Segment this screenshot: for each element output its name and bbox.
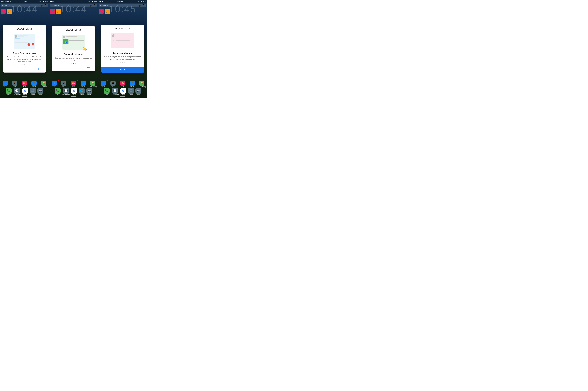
balloon-green-1: 🎈 [31, 42, 35, 46]
dock-camera-label-1: Camera [38, 94, 42, 95]
status-center-1: inshorts [24, 1, 29, 2]
dock-phone-2[interactable]: 📞 Phone [55, 88, 61, 95]
amazon-icon-2[interactable]: 🛒 Amazon [56, 9, 61, 15]
nav-pill-2 [71, 96, 76, 97]
status-right-1: 🔷 ▲ ▼ 🔋4% [39, 1, 48, 2]
product-icon-3[interactable]: 📦 Product [137, 81, 146, 87]
next-button-2[interactable]: Next › [87, 67, 92, 69]
product-icon-1[interactable]: 📦 Product [39, 81, 48, 87]
search-bar-1[interactable]: Search 📷 🎙 [1, 3, 48, 7]
fb-icon-1[interactable]: f Facebook [1, 81, 10, 87]
dock-phone-1[interactable]: 📞 Phone [5, 88, 11, 95]
product-icon-2[interactable]: 📦 Same Feed. New Look [88, 81, 97, 87]
mic-icon-1[interactable]: 🎙 [44, 4, 47, 7]
dock-phone-3[interactable]: 📞 Phone [104, 88, 110, 95]
modal-illus-2: 🌍 👆 [55, 33, 92, 51]
dock-chrome-3[interactable]: 🌐 Chrome [128, 88, 134, 95]
dock-sms-1[interactable]: 💬 SMS Organizer [13, 88, 21, 95]
camera-search-icon-1[interactable]: 📷 [41, 4, 43, 7]
music-app-icon-1[interactable]: 🎵 Music [1, 9, 6, 15]
dock-camera-1[interactable]: 📷 Camera [37, 88, 43, 95]
firefox-icon-1: 🔥 [9, 1, 11, 2]
wifi-icon-1: ▲ [41, 1, 43, 2]
social-icon-2[interactable]: 📱 Social M... [59, 81, 68, 87]
news-card-illus-1 [13, 34, 35, 49]
nav-pill-1 [22, 96, 27, 97]
nav-back-2[interactable]: ‹ [52, 96, 53, 98]
shazam-icon-3[interactable]: 🎵 Shazam [128, 81, 137, 87]
dock-sms-2[interactable]: 💬 SMS Organizer [62, 88, 70, 95]
modal-desc-2: See your news feed become more personali… [55, 57, 92, 61]
dock-google-1[interactable]: G Google [22, 88, 28, 95]
music-app-icon-3[interactable]: 🎵 Music [99, 9, 104, 15]
t-line-3c [116, 41, 131, 41]
camera-search-icon-2[interactable]: 📷 [89, 4, 92, 7]
dot-2-2 [73, 63, 74, 64]
battery-icon-2: 🔋4% [94, 1, 97, 2]
text-lines-3 [115, 35, 133, 37]
camera-search-icon-3[interactable]: 📷 [138, 4, 141, 7]
mic-icon-3[interactable]: 🎙 [142, 4, 144, 7]
mic-icon-2[interactable]: 🎙 [93, 4, 95, 7]
store-icon-3[interactable]: 🏪 My Store [118, 81, 127, 87]
music-icon-1: ♪ [12, 1, 12, 2]
status-left-1: 10:44 📷 💬 🔥 ♪ • [1, 1, 13, 2]
social-icon-1[interactable]: 📱 Social M... [10, 81, 19, 87]
nav-back-3[interactable]: ‹ [101, 96, 101, 98]
search-placeholder-3: Search [103, 5, 138, 6]
dock-chrome-2[interactable]: 🌐 Chrome [79, 88, 85, 95]
amazon-icon-1[interactable]: 🛒 Amazon [7, 9, 12, 15]
dock-sms-3[interactable]: 💬 SMS Organizer [111, 88, 119, 95]
modal-heading-1: Same Feed. New Look [6, 52, 43, 54]
check-box-3: ✓ [112, 39, 115, 42]
time-3: 10:45 [99, 1, 103, 2]
bing-bar-3: b Bing [142, 86, 146, 88]
news-card-header-1 [15, 35, 34, 38]
battery-icon-1: 🔋4% [45, 1, 48, 2]
nav-back-1[interactable]: ‹ [3, 96, 3, 98]
wifi-icon-2: ▲ [90, 1, 92, 2]
modal-content-3: What's New in 5.0 ✓ [101, 25, 144, 67]
shazam-icon-1[interactable]: 🎵 Shazam [30, 81, 39, 87]
next-label-2: Next [87, 67, 91, 69]
search-bar-3[interactable]: Search 📷 🎙 [99, 3, 146, 7]
search-bar-2[interactable]: Search 📷 🎙 [50, 3, 97, 7]
status-right-3: 🔷 ▲ ▼ 🔋4% [137, 1, 146, 2]
store-icon-1[interactable]: 🏪 My Store [20, 81, 29, 87]
desktop-grid-3: f Facebook 1 📱 Social M... 🏪 My Store 🎵 … [99, 81, 146, 87]
fb-icon-3[interactable]: f Facebook 1 [99, 81, 108, 87]
timeline-content-3: ✓ [112, 39, 133, 42]
signal-icon-2: ▼ [92, 1, 93, 2]
got-it-button[interactable]: Got it [101, 67, 144, 73]
phone-panel-2: 10:44 10:44 🔷 ▲ ▼ 🔋4% Search 📷 🎙 🎵 Music… [49, 0, 98, 98]
highlight-bar-1 [15, 39, 20, 39]
nav-bar-3: ‹ [98, 95, 147, 98]
social-icon-3[interactable]: 📱 Social M... [108, 81, 117, 87]
shazam-icon-2[interactable]: 🎵 Shazam [79, 81, 88, 87]
store-icon-2[interactable]: 🏪 My Store 2 [69, 81, 78, 87]
modal-desc-3: Jump back into your recent Office or Edg… [104, 56, 141, 60]
bing-b-icon-3: b [142, 86, 143, 88]
hl-text-1a [15, 40, 30, 40]
fb-icon-2[interactable]: f Facebook 1 [50, 81, 59, 87]
dot-2-3 [75, 63, 75, 64]
dock-camera-2[interactable]: 📷 Camera [86, 88, 92, 95]
modal-title-1: What's New in 5.0 [6, 28, 43, 30]
music-app-icon-2[interactable]: 🎵 Music [50, 9, 55, 15]
next-chevron-1: › [43, 68, 43, 70]
dock-google-3[interactable]: G Google [120, 88, 126, 95]
wifi-icon-3: ▲ [139, 1, 141, 2]
modal-illus-1: 🎈 🎈 [6, 32, 43, 50]
bluetooth-icon-1: 🔷 [39, 1, 41, 2]
next-button-1[interactable]: Next › [38, 68, 43, 70]
nav-bar-1: ‹ [0, 95, 49, 98]
text-line-3b [115, 36, 123, 36]
amazon-label-1: Amazon [8, 14, 11, 15]
music-label-1: Music [2, 14, 4, 15]
timeline-card-3: ✓ [111, 33, 134, 48]
store-badge-2: 2 [77, 80, 78, 82]
dock-camera-3[interactable]: 📷 Camera [135, 88, 141, 95]
dock-chrome-1[interactable]: 🌐 Chrome [30, 88, 36, 95]
amazon-icon-3[interactable]: 🛒 Amazon [105, 9, 110, 15]
dock-google-2[interactable]: G Google [71, 88, 77, 95]
